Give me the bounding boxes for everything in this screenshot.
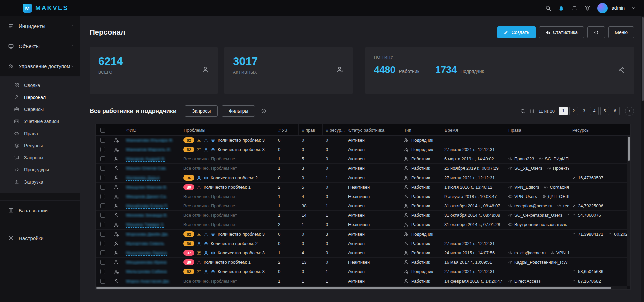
row-checkbox[interactable] [100,232,105,237]
menu-toggle-button[interactable] [8,6,15,10]
right-item[interactable]: Право223 [508,156,534,161]
avatar[interactable] [597,3,608,13]
column-uz[interactable]: # УЗ [275,124,298,135]
sidebar-item-objects[interactable]: Объекты [0,36,80,56]
sidebar-subitem-3[interactable]: Учетные записи [0,115,80,128]
row-checkbox[interactable] [100,175,105,180]
right-item[interactable]: SG_УД_Users [508,166,542,171]
right-item[interactable]: VPN_Network [550,250,569,255]
refresh-button[interactable] [587,26,605,38]
right-item[interactable]: VPN_Editors [508,185,539,190]
employee-name-link[interactable]: Мишунов Данил Са. [126,194,167,199]
employee-name-link[interactable]: Мельгунова Сабина [126,269,167,274]
column-problems[interactable]: Проблемы [180,124,275,135]
scrollbar-thumb[interactable] [96,287,611,289]
right-item[interactable]: reception [557,203,569,208]
right-item[interactable]: SG_Секретариат_Users [508,213,562,218]
row-checkbox[interactable] [100,279,105,284]
employee-name-link[interactable]: Маннапова Ильнара Ф. [126,138,173,143]
sidebar-item-access-management[interactable]: Управление доступом [0,56,80,77]
columns-icon[interactable] [530,109,535,114]
sidebar-subitem-8[interactable]: Загрузка [0,176,80,188]
sidebar-subitem-2[interactable]: Сервисы [0,103,80,115]
page-button-3[interactable]: 3 [580,107,588,115]
table-vertical-scrollbar[interactable] [627,136,630,286]
employee-name-link[interactable]: Мишулин Максим В. [126,185,167,190]
table-horizontal-scrollbar[interactable] [96,286,627,289]
employee-name-link[interactable]: Михайлова Елена П. [126,203,168,209]
column-rights[interactable]: Права [505,124,569,135]
alerts-bell-icon[interactable] [571,5,578,11]
scrollbar-thumb[interactable] [642,17,644,101]
column-fio[interactable]: ФИО [123,124,180,135]
column-resources-count[interactable]: # ресур... [322,124,345,135]
alarm-bell-icon[interactable] [584,5,591,11]
sidebar-item-knowledge-base[interactable]: База знаний [0,200,80,220]
right-item[interactable]: Согласия клиентов [544,185,569,190]
column-time[interactable]: Время [441,124,505,135]
page-scrollbar[interactable] [641,16,644,302]
info-icon[interactable] [261,108,266,114]
right-item[interactable]: SG_РИдИП_Users [539,156,569,161]
resource-item[interactable]: 71,39884171 [572,232,603,237]
employee-name-link[interactable]: Морозова Джейн Дж. [126,232,169,237]
sidebar-subitem-0[interactable]: Сводка [0,79,80,91]
create-button[interactable]: Создать [497,26,535,38]
column-status[interactable]: Статус работника [345,124,400,135]
next-page-button[interactable] [625,107,634,116]
notifications-bell-icon[interactable] [558,5,565,11]
employee-name-link[interactable]: Маннапов Марсель И. [126,147,171,152]
column-rights-count[interactable]: # прав [298,124,322,135]
row-checkbox[interactable] [100,156,105,161]
row-checkbox[interactable] [100,138,105,143]
filters-button[interactable]: Фильтры [222,105,255,117]
employee-name-link[interactable]: Михеева Зинаида В. [126,213,168,218]
chevron-down-icon[interactable] [631,6,636,10]
page-button-2[interactable]: 2 [569,107,578,115]
right-item[interactable]: Кадры_Родственники_RW [508,260,568,265]
menu-button[interactable]: Меню [608,26,634,38]
row-checkbox[interactable] [100,213,105,218]
employee-name-link[interactable]: Мишина Тамара З. [126,222,164,228]
sidebar-item-incidents[interactable]: Инциденты [0,16,80,36]
column-type[interactable]: Тип [400,124,441,135]
brand[interactable]: M MAKVES [23,4,68,13]
row-checkbox[interactable] [100,260,105,265]
right-item[interactable]: Direct Access [508,279,541,284]
sidebar-subitem-1[interactable]: Персонал [0,91,80,103]
sidebar-subitem-5[interactable]: Ресурсы [0,140,80,152]
right-item[interactable]: Проекты_МСК [547,166,569,171]
employee-name-link[interactable]: Мороз Анастасия Дм. [126,279,170,284]
page-button-5[interactable]: 5 [600,107,609,115]
table-search-icon[interactable] [520,108,526,114]
right-item[interactable]: rs_cis@acme.ru [508,250,546,255]
sidebar-subitem-4[interactable]: Права [0,128,80,140]
right-item[interactable]: reception@acme.ru [508,203,552,208]
right-item[interactable]: VPN_Users [508,194,537,199]
row-checkbox[interactable] [100,194,105,199]
share-icon[interactable] [618,66,625,75]
row-checkbox[interactable] [100,203,105,208]
employee-name-link[interactable]: Машин Олегов Сав. [126,166,167,171]
sidebar-subitem-6[interactable]: Запросы [0,152,80,164]
row-checkbox[interactable] [100,166,105,171]
row-checkbox[interactable] [100,185,105,190]
resource-item[interactable]: 24,79225096 [572,203,603,208]
page-button-1[interactable]: 1 [559,107,568,115]
column-resources[interactable]: Ресурсы [569,124,627,135]
user-name[interactable]: admin [612,5,625,11]
resource-item[interactable]: 58,65045686 [572,269,603,274]
scrollbar-thumb[interactable] [628,137,630,161]
row-checkbox[interactable] [100,269,105,274]
employee-name-link[interactable]: Матвеева Дарья [126,175,160,181]
row-checkbox[interactable] [100,147,105,152]
employee-name-link[interactable]: Мышланова Лариса [126,250,167,256]
row-checkbox[interactable] [100,222,105,227]
resource-item[interactable]: 54,7860076 [572,213,601,218]
sidebar-subitem-7[interactable]: Процедуры [0,164,80,176]
resource-item[interactable]: 60,20215477 [608,232,627,237]
page-button-4[interactable]: 4 [590,107,599,115]
select-all-checkbox[interactable] [100,128,105,133]
right-item[interactable]: Внутренний пользователь [508,222,567,227]
statistics-button[interactable]: Статистика [539,26,584,38]
